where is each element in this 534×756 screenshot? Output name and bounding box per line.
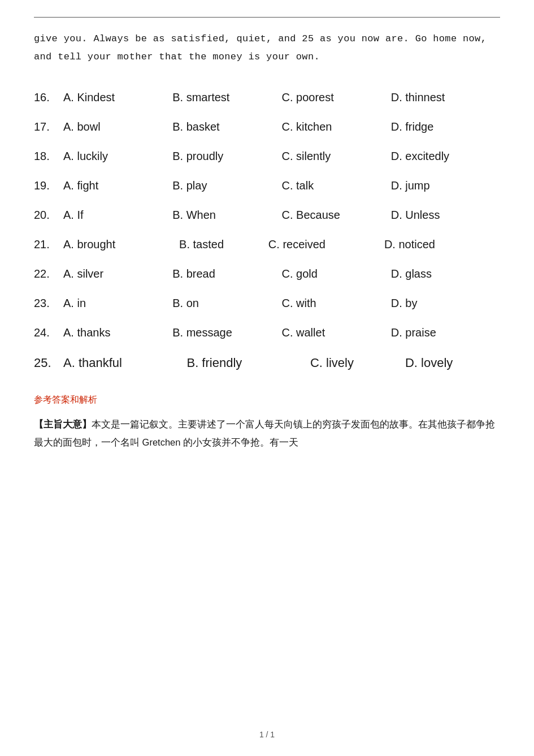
page-container: give you. Always be as satisfied, quiet,… [0,0,534,756]
option-23-c: C. with [282,294,391,312]
page-footer: 1 / 1 [0,730,534,739]
option-22-a: A. silver [63,265,172,283]
question-row-18: 18. A. luckily B. proudly C. silently D.… [34,141,500,171]
intro-line2: and tell your mother that the money is y… [34,48,500,66]
option-19-a: A. fight [63,176,172,195]
top-divider [34,17,500,18]
question-options-19: A. fight B. play C. talk D. jump [63,176,500,195]
option-18-c: C. silently [282,147,391,165]
option-22-d: D. glass [391,265,500,283]
question-row-21: 21. A. brought B. tasted C. received D. … [34,230,500,259]
question-number-17: 17. [34,118,63,136]
option-22-b: B. bread [172,265,281,283]
option-16-d: D. thinnest [391,88,500,106]
question-number-16: 16. [34,88,63,106]
intro-text: give you. Always be as satisfied, quiet,… [34,30,500,67]
option-20-c: C. Because [282,206,391,224]
question-options-22: A. silver B. bread C. gold D. glass [63,265,500,283]
option-16-a: A. Kindest [63,88,172,106]
question-options-24: A. thanks B. message C. wallet D. praise [63,323,500,342]
option-19-b: B. play [172,176,281,195]
option-20-b: B. When [172,206,281,224]
questions-section: 16. A. Kindest B. smartest C. poorest D.… [34,83,500,378]
question-row-23: 23. A. in B. on C. with D. by [34,288,500,318]
main-idea: 【主旨大意】本文是一篇记叙文。主要讲述了一个富人每天向镇上的穷孩子发面包的故事。… [34,415,500,451]
question-options-16: A. Kindest B. smartest C. poorest D. thi… [63,88,500,106]
option-20-d: D. Unless [391,206,500,224]
main-idea-label: 【主旨大意】 [34,419,92,429]
question-row-19: 19. A. fight B. play C. talk D. jump [34,171,500,200]
intro-line1: give you. Always be as satisfied, quiet,… [34,30,500,48]
option-24-a: A. thanks [63,323,172,342]
question-number-21: 21. [34,235,63,253]
question-number-23: 23. [34,294,63,312]
option-24-c: C. wallet [282,323,391,342]
option-18-a: A. luckily [63,147,172,165]
option-21-a: A. brought [63,235,179,253]
option-16-b: B. smartest [172,88,281,106]
reference-title: 参考答案和解析 [34,394,500,406]
option-21-b: B. tasted [179,235,268,253]
option-18-d: D. excitedly [391,147,500,165]
option-21-d: D. noticed [384,235,500,253]
option-23-a: A. in [63,294,172,312]
option-25-b: B. friendly [186,353,310,373]
question-options-20: A. If B. When C. Because D. Unless [63,206,500,224]
option-22-c: C. gold [282,265,391,283]
question-options-17: A. bowl B. basket C. kitchen D. fridge [63,118,500,136]
option-20-a: A. If [63,206,172,224]
option-25-c: C. lively [310,353,405,373]
question-row-24: 24. A. thanks B. message C. wallet D. pr… [34,318,500,347]
option-18-b: B. proudly [172,147,281,165]
reference-section: 参考答案和解析 【主旨大意】本文是一篇记叙文。主要讲述了一个富人每天向镇上的穷孩… [34,394,500,451]
question-options-23: A. in B. on C. with D. by [63,294,500,312]
option-17-d: D. fridge [391,118,500,136]
option-23-d: D. by [391,294,500,312]
question-options-18: A. luckily B. proudly C. silently D. exc… [63,147,500,165]
question-number-24: 24. [34,323,63,342]
option-17-c: C. kitchen [282,118,391,136]
question-row-25: 25. A. thankful B. friendly C. lively D.… [34,347,500,378]
question-number-25: 25. [34,353,63,373]
question-number-18: 18. [34,147,63,165]
question-number-20: 20. [34,206,63,224]
option-24-d: D. praise [391,323,500,342]
option-17-a: A. bowl [63,118,172,136]
option-17-b: B. basket [172,118,281,136]
option-19-c: C. talk [282,176,391,195]
page-indicator: 1 / 1 [259,730,275,739]
question-row-22: 22. A. silver B. bread C. gold D. glass [34,259,500,288]
question-options-21: A. brought B. tasted C. received D. noti… [63,235,500,253]
question-number-19: 19. [34,176,63,195]
option-23-b: B. on [172,294,281,312]
question-row-20: 20. A. If B. When C. Because D. Unless [34,200,500,230]
question-options-25: A. thankful B. friendly C. lively D. lov… [63,353,500,373]
option-24-b: B. message [172,323,281,342]
option-16-c: C. poorest [282,88,391,106]
option-25-a: A. thankful [63,353,186,373]
option-25-d: D. lovely [405,353,500,373]
option-19-d: D. jump [391,176,500,195]
option-21-c: C. received [268,235,384,253]
main-idea-text: 本文是一篇记叙文。主要讲述了一个富人每天向镇上的穷孩子发面包的故事。在其他孩子都… [34,419,495,447]
question-row-17: 17. A. bowl B. basket C. kitchen D. frid… [34,112,500,141]
question-row-16: 16. A. Kindest B. smartest C. poorest D.… [34,83,500,112]
question-number-22: 22. [34,265,63,283]
